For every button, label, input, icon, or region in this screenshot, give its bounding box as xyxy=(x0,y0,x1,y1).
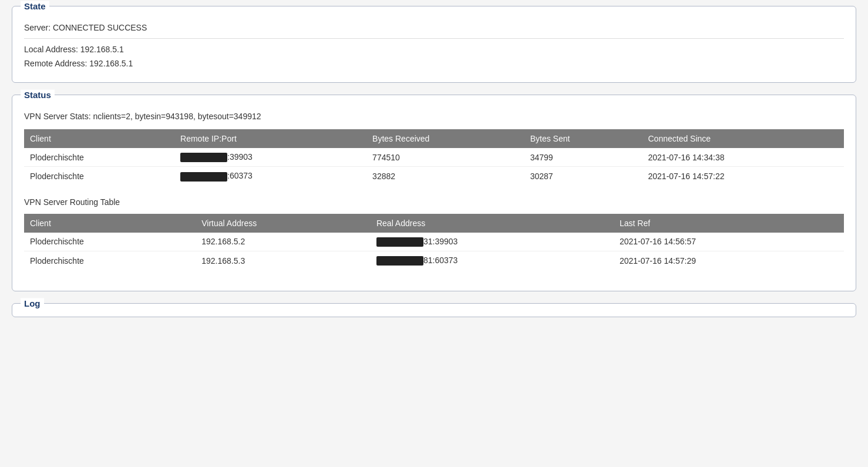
state-section-title: State xyxy=(21,1,49,11)
client-table-header-row: Client Remote IP:Port Bytes Received Byt… xyxy=(24,129,844,148)
routing-client-name: Ploderchischte xyxy=(24,251,196,270)
table-row: Ploderchischte 192.168.5.3 81:60373 2021… xyxy=(24,251,844,270)
remote-address-line: Remote Address: 192.168.5.1 xyxy=(24,59,844,68)
state-divider xyxy=(24,38,844,39)
remote-ip-port: :39903 xyxy=(174,148,366,167)
last-ref: 2021-07-16 14:57:29 xyxy=(614,251,844,270)
routing-table-body: Ploderchischte 192.168.5.2 31:39903 2021… xyxy=(24,233,844,270)
state-section-header: State xyxy=(12,6,856,15)
local-address-line: Local Address: 192.168.5.1 xyxy=(24,45,844,54)
bytes-sent-col-header: Bytes Sent xyxy=(524,129,642,148)
client-col-header: Client xyxy=(24,129,174,148)
bytes-received-col-header: Bytes Received xyxy=(366,129,524,148)
routing-table-header-row: Client Virtual Address Real Address Last… xyxy=(24,214,844,233)
client-name: Ploderchischte xyxy=(24,148,174,167)
vpn-stats-text: VPN Server Stats: nclients=2, bytesin=94… xyxy=(24,112,844,121)
real-address: 81:60373 xyxy=(371,251,614,270)
redacted-ip xyxy=(180,153,227,162)
state-section: State Server: CONNECTED SUCCESS Local Ad… xyxy=(12,6,856,83)
table-row: Ploderchischte :39903 774510 34799 2021-… xyxy=(24,148,844,167)
client-name: Ploderchischte xyxy=(24,167,174,186)
table-row: Ploderchischte 192.168.5.2 31:39903 2021… xyxy=(24,233,844,251)
server-status-line: Server: CONNECTED SUCCESS xyxy=(24,23,844,32)
redacted-ip xyxy=(376,237,423,247)
routing-table-title: VPN Server Routing Table xyxy=(24,197,844,207)
connected-since: 2021-07-16 14:57:22 xyxy=(642,167,844,186)
log-section-title: Log xyxy=(21,298,44,308)
log-section-header: Log xyxy=(12,304,856,312)
redacted-ip xyxy=(180,172,227,182)
status-section-header: Status xyxy=(12,95,856,103)
client-table-body: Ploderchischte :39903 774510 34799 2021-… xyxy=(24,148,844,186)
status-section-title: Status xyxy=(21,90,55,100)
bytes-received: 774510 xyxy=(366,148,524,167)
status-section-content: VPN Server Stats: nclients=2, bytesin=94… xyxy=(12,108,856,270)
routing-client-col-header: Client xyxy=(24,214,196,233)
routing-client-name: Ploderchischte xyxy=(24,233,196,251)
virtual-address: 192.168.5.2 xyxy=(196,233,371,251)
table-row: Ploderchischte :60373 32882 30287 2021-0… xyxy=(24,167,844,186)
last-ref: 2021-07-16 14:56:57 xyxy=(614,233,844,251)
state-section-content: Server: CONNECTED SUCCESS Local Address:… xyxy=(12,19,856,68)
remote-ip-col-header: Remote IP:Port xyxy=(174,129,366,148)
log-section: Log xyxy=(12,303,856,317)
remote-ip-port: :60373 xyxy=(174,167,366,186)
redacted-ip xyxy=(376,256,423,266)
routing-table-head: Client Virtual Address Real Address Last… xyxy=(24,214,844,233)
virtual-address: 192.168.5.3 xyxy=(196,251,371,270)
connected-since-col-header: Connected Since xyxy=(642,129,844,148)
virtual-address-col-header: Virtual Address xyxy=(196,214,371,233)
status-section: Status VPN Server Stats: nclients=2, byt… xyxy=(12,95,856,291)
real-address: 31:39903 xyxy=(371,233,614,251)
real-address-col-header: Real Address xyxy=(371,214,614,233)
client-table-head: Client Remote IP:Port Bytes Received Byt… xyxy=(24,129,844,148)
last-ref-col-header: Last Ref xyxy=(614,214,844,233)
bytes-received: 32882 xyxy=(366,167,524,186)
routing-table: Client Virtual Address Real Address Last… xyxy=(24,214,844,270)
bytes-sent: 34799 xyxy=(524,148,642,167)
bytes-sent: 30287 xyxy=(524,167,642,186)
client-table: Client Remote IP:Port Bytes Received Byt… xyxy=(24,129,844,186)
connected-since: 2021-07-16 14:34:38 xyxy=(642,148,844,167)
